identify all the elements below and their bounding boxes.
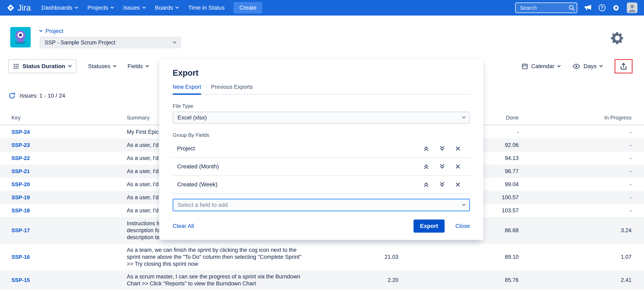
topnav-menu: DashboardsProjectsIssuesBoardsTime in St… [36,0,230,16]
group-field-actions [423,182,460,188]
calendar-label: Calendar [531,63,555,70]
fields-label: Fields [128,63,143,70]
view-selector-button[interactable]: Status Duration [8,59,76,73]
settings-gear-icon[interactable] [612,4,620,12]
jira-app: Jira DashboardsProjectsIssuesBoardsTime … [0,0,644,304]
issue-key-link[interactable]: SSP-18 [12,208,127,214]
search-icon [569,5,574,11]
chevron-down-icon [600,64,603,67]
group-field-label: Project [177,145,195,152]
view-selector-label: Status Duration [22,63,65,70]
modal-footer: Clear All Export Close [172,220,470,232]
tab-new-export[interactable]: New Export [172,84,201,94]
clear-all-link[interactable]: Clear All [172,223,194,229]
refresh-icon[interactable] [8,92,16,99]
top-navigation: Jira DashboardsProjectsIssuesBoardsTime … [0,0,644,16]
move-up-icon[interactable] [423,182,429,188]
issue-key-link[interactable]: SSP-21 [12,168,127,174]
issue-key-link[interactable]: SSP-16 [12,254,127,260]
issue-key-link[interactable]: SSP-22 [12,155,127,162]
issue-summary: As a team, we can finish the sprint by c… [127,244,337,270]
breadcrumb-label: Project [46,28,63,34]
cell-in-progress: - [519,168,632,174]
nav-item-boards[interactable]: Boards [150,0,184,16]
group-fields-list: ProjectCreated (Month)Created (Week) [172,140,470,194]
chevron-down-icon [176,5,179,9]
remove-field-icon[interactable] [455,182,460,187]
days-label: Days [584,63,596,70]
cell-in-progress: - [519,155,632,162]
issue-key-link[interactable]: SSP-20 [12,181,127,188]
eye-icon [572,64,580,69]
cell-in-progress: - [519,194,632,201]
nav-item-label: Issues [123,4,140,11]
chevron-down-icon [110,5,114,9]
move-down-icon[interactable] [439,182,445,188]
project-avatar [10,27,31,48]
cell-in-progress: - [519,129,632,135]
jira-home-link[interactable]: Jira [6,3,31,12]
dialog-title: Export [172,68,470,78]
nav-item-issues[interactable]: Issues [118,0,150,16]
issue-key-link[interactable]: SSP-17 [12,227,127,234]
cell-done: 85.76 [398,277,519,283]
move-up-icon[interactable] [423,164,429,170]
issue-key-link[interactable]: SSP-15 [12,277,127,283]
footer-actions: Export Close [414,220,470,232]
table-row: SSP-16As a team, we can finish the sprin… [0,244,644,270]
tab-previous-exports[interactable]: Previous Exports [211,84,253,94]
report-settings-gear-icon[interactable] [610,30,625,46]
move-down-icon[interactable] [439,146,445,152]
export-submit-button[interactable]: Export [414,220,445,232]
create-button[interactable]: Create [234,2,262,14]
move-down-icon[interactable] [439,164,445,170]
issue-summary: As a scrum master, I can see the progres… [127,270,337,290]
user-avatar[interactable] [627,2,638,13]
nav-item-label: Boards [155,4,173,11]
export-icon [620,62,627,70]
chevron-down-icon [113,64,116,67]
group-field-row: Project [172,140,470,158]
column-header-in-progress: In Progress [519,114,632,121]
announcement-icon[interactable] [584,4,592,11]
chevron-down-icon [557,64,561,67]
file-type-value: Excel (xlsx) [178,114,207,121]
chevron-down-icon [142,5,146,9]
export-dialog: Export New ExportPrevious Exports File T… [159,58,484,240]
nav-item-label: Time in Status [188,4,224,11]
project-breadcrumb[interactable]: Project [40,27,181,35]
nav-item-projects[interactable]: Projects [82,0,118,16]
close-link[interactable]: Close [455,223,470,229]
chevron-down-icon [462,202,466,206]
chevron-down-icon [462,115,466,119]
cell-in-progress: 3.24 [519,227,632,234]
cell-in-progress: - [519,181,632,188]
remove-field-icon[interactable] [455,164,460,169]
nav-item-time-in-status[interactable]: Time in Status [183,0,230,16]
remove-field-icon[interactable] [455,146,460,151]
help-icon[interactable]: ? [598,4,606,11]
nav-item-dashboards[interactable]: Dashboards [36,0,82,16]
project-select-value: SSP - Sample Scrum Project [44,40,115,46]
issue-key-link[interactable]: SSP-19 [12,194,127,201]
days-dropdown[interactable]: Days [572,63,602,70]
add-field-select[interactable]: Select a field to add [172,199,470,211]
add-field-placeholder: Select a field to add [178,202,228,208]
move-up-icon[interactable] [423,146,429,152]
file-type-select[interactable]: Excel (xlsx) [172,112,470,124]
chevron-down-icon [68,64,72,67]
issue-key-link[interactable]: SSP-24 [12,129,127,135]
project-select[interactable]: SSP - Sample Scrum Project [40,37,181,48]
issue-key-link[interactable]: SSP-23 [12,142,127,148]
toolbar-right: Calendar Days [522,59,632,74]
fields-dropdown[interactable]: Fields [128,63,148,70]
group-field-actions [423,146,460,152]
statuses-dropdown[interactable]: Statuses [88,63,116,70]
export-button[interactable] [615,60,632,72]
search-input[interactable] [515,2,577,13]
nav-item-label: Projects [87,4,108,11]
calendar-dropdown[interactable]: Calendar [522,63,560,70]
brand-name: Jira [18,3,31,12]
search-box [515,2,577,13]
group-field-label: Created (Month) [177,163,219,170]
